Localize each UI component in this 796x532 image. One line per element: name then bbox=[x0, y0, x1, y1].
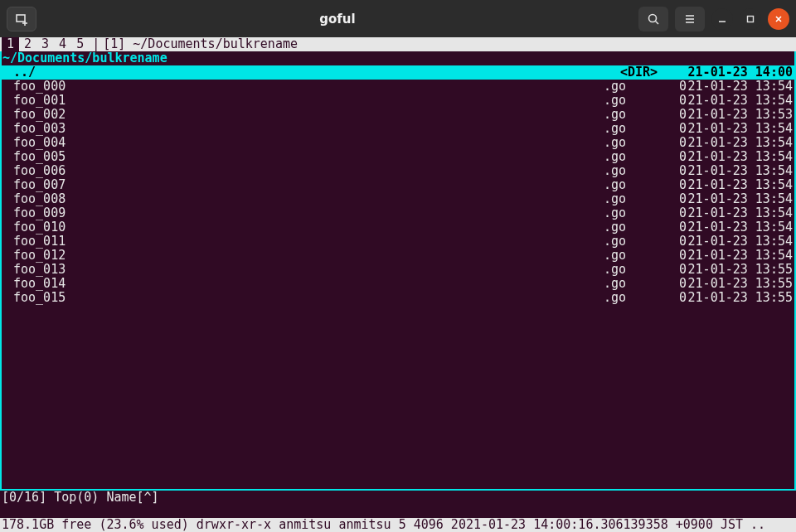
file-date: 21-01-23 13:54 bbox=[687, 164, 794, 178]
file-name: foo_015 bbox=[13, 291, 604, 305]
window-minimize-button[interactable] bbox=[711, 8, 733, 30]
file-size: 0 bbox=[670, 192, 687, 206]
file-name: foo_002 bbox=[13, 108, 604, 122]
file-ext: .go bbox=[604, 108, 670, 122]
hamburger-icon bbox=[683, 12, 696, 26]
window-maximize-button[interactable] bbox=[740, 8, 761, 30]
workspace-tab-1[interactable]: 1 bbox=[2, 37, 19, 51]
file-name: foo_001 bbox=[13, 94, 604, 108]
file-ext: .go bbox=[604, 277, 670, 291]
file-date: 21-01-23 13:54 bbox=[687, 192, 794, 206]
file-size: 0 bbox=[670, 249, 687, 263]
workspace-tab-3[interactable]: 3 bbox=[36, 37, 54, 51]
file-name: foo_004 bbox=[13, 136, 604, 150]
file-size: 0 bbox=[670, 122, 687, 136]
file-size: 0 bbox=[670, 235, 687, 249]
file-date: 21-01-23 13:54 bbox=[687, 136, 794, 150]
search-icon bbox=[647, 12, 660, 26]
file-date: 21-01-23 13:54 bbox=[687, 249, 794, 263]
file-row[interactable]: foo_004.go021-01-23 13:54 bbox=[2, 136, 794, 150]
file-size: 0 bbox=[670, 291, 687, 305]
svg-line-4 bbox=[656, 21, 659, 24]
file-ext: .go bbox=[604, 150, 670, 164]
new-tab-icon bbox=[15, 12, 28, 26]
current-path: ~/Documents/bulkrename bbox=[0, 51, 796, 65]
window-titlebar: goful bbox=[0, 0, 796, 37]
file-row[interactable]: foo_002.go021-01-23 13:53 bbox=[2, 108, 794, 122]
parent-dir-date: 21-01-23 14:00 bbox=[687, 65, 794, 80]
panel-label: [1] ~/Documents/bulkrename bbox=[103, 37, 298, 51]
file-row[interactable]: foo_006.go021-01-23 13:54 bbox=[2, 164, 794, 178]
file-row[interactable]: foo_013.go021-01-23 13:55 bbox=[2, 263, 794, 277]
file-row[interactable]: foo_015.go021-01-23 13:55 bbox=[2, 291, 794, 305]
file-list[interactable]: ../ <DIR> 21-01-23 14:00 foo_000.go021-0… bbox=[0, 65, 796, 491]
hamburger-menu-button[interactable] bbox=[675, 7, 705, 31]
file-size: 0 bbox=[670, 108, 687, 122]
parent-dir-row[interactable]: ../ <DIR> 21-01-23 14:00 bbox=[2, 65, 794, 80]
file-name: foo_011 bbox=[13, 235, 604, 249]
file-row[interactable]: foo_001.go021-01-23 13:54 bbox=[2, 94, 794, 108]
file-date: 21-01-23 13:54 bbox=[687, 235, 794, 249]
new-tab-button[interactable] bbox=[7, 7, 36, 31]
file-ext: .go bbox=[604, 136, 670, 150]
file-date: 21-01-23 13:55 bbox=[687, 291, 794, 305]
search-button[interactable] bbox=[638, 7, 668, 31]
file-size: 0 bbox=[670, 80, 687, 94]
file-ext: .go bbox=[604, 220, 670, 235]
maximize-icon bbox=[745, 14, 755, 24]
blank-line bbox=[0, 505, 796, 518]
file-ext: .go bbox=[604, 206, 670, 220]
file-date: 21-01-23 13:54 bbox=[687, 220, 794, 235]
svg-point-3 bbox=[649, 14, 657, 22]
svg-rect-9 bbox=[748, 16, 754, 22]
status-line-2: 178.1GB free (23.6% used) drwxr-xr-x anm… bbox=[0, 518, 796, 532]
file-row[interactable]: foo_005.go021-01-23 13:54 bbox=[2, 150, 794, 164]
file-name: foo_009 bbox=[13, 206, 604, 220]
parent-dir-name: ../ bbox=[13, 65, 620, 80]
workspace-tab-5[interactable]: 5 bbox=[71, 37, 89, 51]
file-ext: .go bbox=[604, 249, 670, 263]
file-row[interactable]: foo_000.go021-01-23 13:54 bbox=[2, 80, 794, 94]
window-title: goful bbox=[36, 12, 638, 27]
file-name: foo_010 bbox=[13, 220, 604, 235]
file-size: 0 bbox=[670, 206, 687, 220]
file-date: 21-01-23 13:55 bbox=[687, 277, 794, 291]
file-ext: .go bbox=[604, 235, 670, 249]
file-ext: .go bbox=[604, 192, 670, 206]
file-size: 0 bbox=[670, 150, 687, 164]
file-date: 21-01-23 13:55 bbox=[687, 263, 794, 277]
file-ext: .go bbox=[604, 178, 670, 192]
file-name: foo_006 bbox=[13, 164, 604, 178]
workspace-tab-2[interactable]: 2 bbox=[19, 37, 36, 51]
file-row[interactable]: foo_003.go021-01-23 13:54 bbox=[2, 122, 794, 136]
file-row[interactable]: foo_014.go021-01-23 13:55 bbox=[2, 277, 794, 291]
file-size: 0 bbox=[670, 277, 687, 291]
file-ext: .go bbox=[604, 94, 670, 108]
file-name: foo_007 bbox=[13, 178, 604, 192]
file-name: foo_000 bbox=[13, 80, 604, 94]
file-name: foo_013 bbox=[13, 263, 604, 277]
file-row[interactable]: foo_007.go021-01-23 13:54 bbox=[2, 178, 794, 192]
close-icon bbox=[774, 14, 784, 24]
file-date: 21-01-23 13:54 bbox=[687, 150, 794, 164]
file-row[interactable]: foo_011.go021-01-23 13:54 bbox=[2, 235, 794, 249]
file-name: foo_008 bbox=[13, 192, 604, 206]
file-size: 0 bbox=[670, 178, 687, 192]
file-row[interactable]: foo_008.go021-01-23 13:54 bbox=[2, 192, 794, 206]
file-row[interactable]: foo_012.go021-01-23 13:54 bbox=[2, 249, 794, 263]
file-row[interactable]: foo_009.go021-01-23 13:54 bbox=[2, 206, 794, 220]
file-ext: .go bbox=[604, 80, 670, 94]
tab-bar: 1 2 3 4 5 | [1] ~/Documents/bulkrename bbox=[0, 37, 796, 51]
window-close-button[interactable] bbox=[768, 8, 789, 30]
workspace-tab-4[interactable]: 4 bbox=[54, 37, 71, 51]
file-name: foo_003 bbox=[13, 122, 604, 136]
file-date: 21-01-23 13:54 bbox=[687, 178, 794, 192]
file-size: 0 bbox=[670, 220, 687, 235]
file-name: foo_012 bbox=[13, 249, 604, 263]
status-line-1: [0/16] Top(0) Name[^] bbox=[0, 491, 796, 505]
file-size: 0 bbox=[670, 94, 687, 108]
tab-separator: | bbox=[89, 37, 103, 51]
file-date: 21-01-23 13:54 bbox=[687, 206, 794, 220]
file-name: foo_014 bbox=[13, 277, 604, 291]
file-row[interactable]: foo_010.go021-01-23 13:54 bbox=[2, 220, 794, 235]
